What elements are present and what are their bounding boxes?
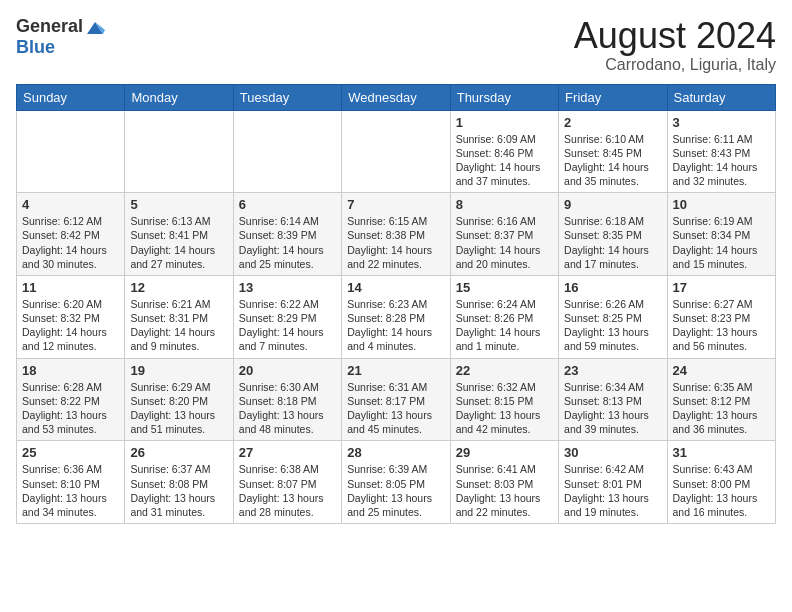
calendar-cell bbox=[342, 110, 450, 193]
calendar-week-row: 1Sunrise: 6:09 AM Sunset: 8:46 PM Daylig… bbox=[17, 110, 776, 193]
day-number: 19 bbox=[130, 363, 227, 378]
weekday-header: Saturday bbox=[667, 84, 775, 110]
calendar-cell: 15Sunrise: 6:24 AM Sunset: 8:26 PM Dayli… bbox=[450, 275, 558, 358]
day-number: 17 bbox=[673, 280, 770, 295]
calendar-cell: 7Sunrise: 6:15 AM Sunset: 8:38 PM Daylig… bbox=[342, 193, 450, 276]
calendar-cell: 14Sunrise: 6:23 AM Sunset: 8:28 PM Dayli… bbox=[342, 275, 450, 358]
day-number: 2 bbox=[564, 115, 661, 130]
calendar-cell: 6Sunrise: 6:14 AM Sunset: 8:39 PM Daylig… bbox=[233, 193, 341, 276]
day-info: Sunrise: 6:29 AM Sunset: 8:20 PM Dayligh… bbox=[130, 380, 227, 437]
calendar-cell: 18Sunrise: 6:28 AM Sunset: 8:22 PM Dayli… bbox=[17, 358, 125, 441]
day-number: 13 bbox=[239, 280, 336, 295]
day-number: 6 bbox=[239, 197, 336, 212]
day-info: Sunrise: 6:14 AM Sunset: 8:39 PM Dayligh… bbox=[239, 214, 336, 271]
calendar-week-row: 11Sunrise: 6:20 AM Sunset: 8:32 PM Dayli… bbox=[17, 275, 776, 358]
calendar-cell: 28Sunrise: 6:39 AM Sunset: 8:05 PM Dayli… bbox=[342, 441, 450, 524]
calendar-cell bbox=[125, 110, 233, 193]
day-number: 7 bbox=[347, 197, 444, 212]
day-number: 22 bbox=[456, 363, 553, 378]
calendar-cell: 22Sunrise: 6:32 AM Sunset: 8:15 PM Dayli… bbox=[450, 358, 558, 441]
day-info: Sunrise: 6:32 AM Sunset: 8:15 PM Dayligh… bbox=[456, 380, 553, 437]
day-info: Sunrise: 6:43 AM Sunset: 8:00 PM Dayligh… bbox=[673, 462, 770, 519]
calendar-week-row: 18Sunrise: 6:28 AM Sunset: 8:22 PM Dayli… bbox=[17, 358, 776, 441]
day-number: 29 bbox=[456, 445, 553, 460]
day-info: Sunrise: 6:26 AM Sunset: 8:25 PM Dayligh… bbox=[564, 297, 661, 354]
day-info: Sunrise: 6:38 AM Sunset: 8:07 PM Dayligh… bbox=[239, 462, 336, 519]
calendar-cell: 5Sunrise: 6:13 AM Sunset: 8:41 PM Daylig… bbox=[125, 193, 233, 276]
day-info: Sunrise: 6:34 AM Sunset: 8:13 PM Dayligh… bbox=[564, 380, 661, 437]
calendar-cell: 31Sunrise: 6:43 AM Sunset: 8:00 PM Dayli… bbox=[667, 441, 775, 524]
day-info: Sunrise: 6:10 AM Sunset: 8:45 PM Dayligh… bbox=[564, 132, 661, 189]
calendar-cell: 21Sunrise: 6:31 AM Sunset: 8:17 PM Dayli… bbox=[342, 358, 450, 441]
day-info: Sunrise: 6:30 AM Sunset: 8:18 PM Dayligh… bbox=[239, 380, 336, 437]
day-number: 28 bbox=[347, 445, 444, 460]
day-info: Sunrise: 6:11 AM Sunset: 8:43 PM Dayligh… bbox=[673, 132, 770, 189]
day-number: 26 bbox=[130, 445, 227, 460]
calendar-cell: 19Sunrise: 6:29 AM Sunset: 8:20 PM Dayli… bbox=[125, 358, 233, 441]
weekday-header: Tuesday bbox=[233, 84, 341, 110]
day-number: 21 bbox=[347, 363, 444, 378]
day-number: 14 bbox=[347, 280, 444, 295]
day-info: Sunrise: 6:42 AM Sunset: 8:01 PM Dayligh… bbox=[564, 462, 661, 519]
day-number: 8 bbox=[456, 197, 553, 212]
day-number: 1 bbox=[456, 115, 553, 130]
calendar-cell: 24Sunrise: 6:35 AM Sunset: 8:12 PM Dayli… bbox=[667, 358, 775, 441]
calendar-cell bbox=[17, 110, 125, 193]
calendar-cell: 3Sunrise: 6:11 AM Sunset: 8:43 PM Daylig… bbox=[667, 110, 775, 193]
day-number: 20 bbox=[239, 363, 336, 378]
logo-blue: Blue bbox=[16, 38, 105, 58]
day-info: Sunrise: 6:24 AM Sunset: 8:26 PM Dayligh… bbox=[456, 297, 553, 354]
day-info: Sunrise: 6:27 AM Sunset: 8:23 PM Dayligh… bbox=[673, 297, 770, 354]
calendar-cell bbox=[233, 110, 341, 193]
calendar-cell: 9Sunrise: 6:18 AM Sunset: 8:35 PM Daylig… bbox=[559, 193, 667, 276]
calendar-cell: 2Sunrise: 6:10 AM Sunset: 8:45 PM Daylig… bbox=[559, 110, 667, 193]
calendar-cell: 26Sunrise: 6:37 AM Sunset: 8:08 PM Dayli… bbox=[125, 441, 233, 524]
logo: General Blue bbox=[16, 16, 105, 58]
day-number: 11 bbox=[22, 280, 119, 295]
calendar-cell: 25Sunrise: 6:36 AM Sunset: 8:10 PM Dayli… bbox=[17, 441, 125, 524]
weekday-header: Sunday bbox=[17, 84, 125, 110]
title-section: August 2024 Carrodano, Liguria, Italy bbox=[574, 16, 776, 74]
calendar-cell: 4Sunrise: 6:12 AM Sunset: 8:42 PM Daylig… bbox=[17, 193, 125, 276]
weekday-header: Wednesday bbox=[342, 84, 450, 110]
day-info: Sunrise: 6:18 AM Sunset: 8:35 PM Dayligh… bbox=[564, 214, 661, 271]
day-number: 3 bbox=[673, 115, 770, 130]
day-info: Sunrise: 6:39 AM Sunset: 8:05 PM Dayligh… bbox=[347, 462, 444, 519]
day-number: 5 bbox=[130, 197, 227, 212]
weekday-header: Monday bbox=[125, 84, 233, 110]
day-info: Sunrise: 6:12 AM Sunset: 8:42 PM Dayligh… bbox=[22, 214, 119, 271]
weekday-header: Thursday bbox=[450, 84, 558, 110]
calendar-cell: 8Sunrise: 6:16 AM Sunset: 8:37 PM Daylig… bbox=[450, 193, 558, 276]
logo-general: General bbox=[16, 17, 83, 37]
day-number: 12 bbox=[130, 280, 227, 295]
calendar-cell: 20Sunrise: 6:30 AM Sunset: 8:18 PM Dayli… bbox=[233, 358, 341, 441]
day-info: Sunrise: 6:19 AM Sunset: 8:34 PM Dayligh… bbox=[673, 214, 770, 271]
day-info: Sunrise: 6:36 AM Sunset: 8:10 PM Dayligh… bbox=[22, 462, 119, 519]
day-info: Sunrise: 6:22 AM Sunset: 8:29 PM Dayligh… bbox=[239, 297, 336, 354]
calendar-cell: 27Sunrise: 6:38 AM Sunset: 8:07 PM Dayli… bbox=[233, 441, 341, 524]
day-number: 16 bbox=[564, 280, 661, 295]
day-number: 25 bbox=[22, 445, 119, 460]
calendar-cell: 10Sunrise: 6:19 AM Sunset: 8:34 PM Dayli… bbox=[667, 193, 775, 276]
day-info: Sunrise: 6:31 AM Sunset: 8:17 PM Dayligh… bbox=[347, 380, 444, 437]
logo-icon bbox=[85, 18, 105, 38]
day-info: Sunrise: 6:41 AM Sunset: 8:03 PM Dayligh… bbox=[456, 462, 553, 519]
day-info: Sunrise: 6:13 AM Sunset: 8:41 PM Dayligh… bbox=[130, 214, 227, 271]
calendar-cell: 17Sunrise: 6:27 AM Sunset: 8:23 PM Dayli… bbox=[667, 275, 775, 358]
day-info: Sunrise: 6:21 AM Sunset: 8:31 PM Dayligh… bbox=[130, 297, 227, 354]
day-info: Sunrise: 6:15 AM Sunset: 8:38 PM Dayligh… bbox=[347, 214, 444, 271]
day-info: Sunrise: 6:37 AM Sunset: 8:08 PM Dayligh… bbox=[130, 462, 227, 519]
day-number: 4 bbox=[22, 197, 119, 212]
calendar-cell: 11Sunrise: 6:20 AM Sunset: 8:32 PM Dayli… bbox=[17, 275, 125, 358]
day-number: 24 bbox=[673, 363, 770, 378]
day-number: 27 bbox=[239, 445, 336, 460]
calendar-cell: 1Sunrise: 6:09 AM Sunset: 8:46 PM Daylig… bbox=[450, 110, 558, 193]
day-number: 18 bbox=[22, 363, 119, 378]
calendar-table: SundayMondayTuesdayWednesdayThursdayFrid… bbox=[16, 84, 776, 524]
calendar-cell: 29Sunrise: 6:41 AM Sunset: 8:03 PM Dayli… bbox=[450, 441, 558, 524]
page-header: General Blue August 2024 Carrodano, Ligu… bbox=[16, 16, 776, 74]
day-number: 10 bbox=[673, 197, 770, 212]
calendar-cell: 30Sunrise: 6:42 AM Sunset: 8:01 PM Dayli… bbox=[559, 441, 667, 524]
day-info: Sunrise: 6:16 AM Sunset: 8:37 PM Dayligh… bbox=[456, 214, 553, 271]
location-subtitle: Carrodano, Liguria, Italy bbox=[574, 56, 776, 74]
